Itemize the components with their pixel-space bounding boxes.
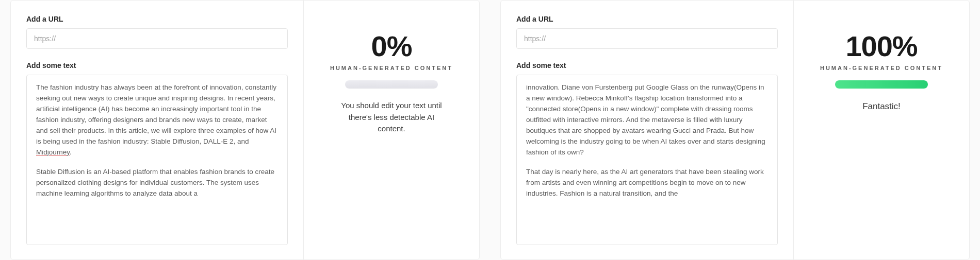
input-panel: Add a URL Add some text The fashion indu… — [11, 1, 304, 259]
input-panel: Add a URL Add some text innovation. Dian… — [501, 1, 794, 259]
result-panel: 0% HUMAN-GENERATED CONTENT You should ed… — [304, 1, 479, 259]
text-label: Add some text — [516, 61, 778, 70]
result-panel: 100% HUMAN-GENERATED CONTENT Fantastic! — [794, 1, 969, 259]
text-label: Add some text — [26, 61, 288, 70]
percent-value: 100% — [845, 29, 917, 63]
result-message: You should edit your text until there's … — [335, 100, 448, 135]
url-input[interactable] — [26, 28, 288, 49]
text-paragraph: The fashion industry has always been at … — [36, 82, 278, 158]
text-content[interactable]: innovation. Diane von Furstenberg put Go… — [517, 75, 777, 245]
percent-value: 0% — [371, 29, 412, 63]
text-content[interactable]: The fashion industry has always been at … — [27, 75, 287, 245]
url-label: Add a URL — [516, 15, 778, 23]
percent-label: HUMAN-GENERATED CONTENT — [820, 65, 943, 71]
detector-panel-left: Add a URL Add some text The fashion indu… — [10, 0, 480, 260]
progress-bar — [835, 80, 928, 89]
percent-label: HUMAN-GENERATED CONTENT — [330, 65, 453, 71]
text-paragraph: innovation. Diane von Furstenberg put Go… — [526, 82, 768, 158]
progress-bar — [345, 80, 438, 89]
text-paragraph: Stable Diffusion is an AI-based platform… — [36, 167, 278, 199]
text-area[interactable]: innovation. Diane von Furstenberg put Go… — [516, 75, 778, 245]
spellcheck-underline: Midjourney — [36, 148, 70, 156]
text-area[interactable]: The fashion industry has always been at … — [26, 75, 288, 245]
detector-panel-right: Add a URL Add some text innovation. Dian… — [500, 0, 970, 260]
url-input[interactable] — [516, 28, 778, 49]
result-message: Fantastic! — [862, 100, 901, 113]
url-label: Add a URL — [26, 15, 288, 23]
text-paragraph: That day is nearly here, as the AI art g… — [526, 167, 768, 199]
